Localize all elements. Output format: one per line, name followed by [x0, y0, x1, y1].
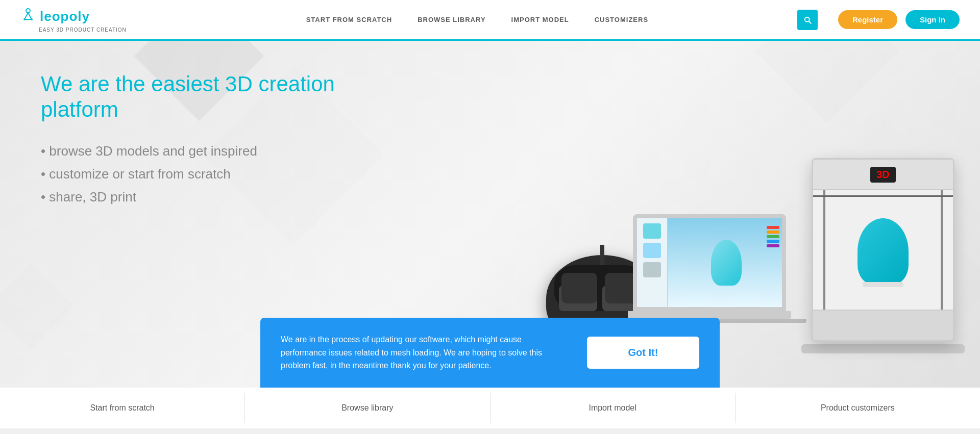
- hero-title: We are the easiest 3D creation platform: [41, 71, 373, 123]
- search-button[interactable]: [797, 10, 818, 30]
- logo-area: leopoly EASY 3D PRODUCT CREATION: [20, 7, 127, 33]
- printer-top: 3D: [813, 160, 953, 190]
- hero-section: We are the easiest 3D creation platform …: [0, 41, 980, 388]
- printer-frame-right: [941, 190, 943, 313]
- vr-lens-left: [559, 286, 597, 311]
- main-nav: START FROM SCRATCH BROWSE LIBRARY IMPORT…: [157, 16, 797, 23]
- notification-banner: We are in the process of updating our so…: [260, 318, 720, 388]
- bottom-bar: Start from scratch Browse library Import…: [0, 388, 980, 428]
- screen-tools: [767, 221, 779, 304]
- tool-2: [767, 231, 779, 234]
- bottom-item-import[interactable]: Import model: [491, 393, 736, 423]
- vr-strap: [600, 245, 604, 265]
- bottom-item-start[interactable]: Start from scratch: [0, 393, 245, 423]
- header: leopoly EASY 3D PRODUCT CREATION START F…: [0, 0, 980, 41]
- signin-button[interactable]: Sign In: [905, 10, 960, 29]
- decoration-diamond-6: [0, 263, 74, 349]
- screen-main: [670, 240, 782, 286]
- printer-rail-top: [813, 195, 953, 197]
- header-actions: Register Sign In: [838, 10, 960, 29]
- 3d-printer-image: 3D: [801, 158, 980, 372]
- hero-bullet-3: share, 3D print: [41, 189, 373, 205]
- hero-bullet-2: customize or start from scratch: [41, 166, 373, 182]
- logo-icon: [20, 7, 36, 26]
- screen-vase: [711, 240, 742, 286]
- bottom-item-browse[interactable]: Browse library: [245, 393, 490, 423]
- tool-4: [767, 240, 779, 243]
- laptop-screen-content: [637, 218, 782, 307]
- register-button[interactable]: Register: [838, 10, 897, 29]
- tool-3: [767, 235, 779, 238]
- screen-sidebar: [637, 218, 668, 307]
- svg-point-4: [23, 18, 26, 20]
- svg-point-5: [31, 18, 33, 20]
- printer-object: [857, 218, 909, 285]
- hero-bullet-1: browse 3D models and get inspired: [41, 143, 373, 159]
- nav-customizers[interactable]: CUSTOMIZERS: [595, 16, 648, 23]
- logo-subtitle: EASY 3D PRODUCT CREATION: [20, 27, 127, 33]
- search-icon: [803, 15, 812, 24]
- hero-bullets: browse 3D models and get inspired custom…: [41, 143, 373, 205]
- printer-frame-left: [823, 190, 825, 313]
- logo-text: leopoly: [40, 9, 90, 24]
- notification-message: We are in the process of updating our so…: [281, 333, 567, 372]
- svg-line-1: [24, 13, 28, 19]
- screen-thumb-1: [643, 223, 661, 239]
- printer-bottom: [813, 310, 953, 340]
- svg-line-2: [28, 13, 32, 19]
- laptop-screen: [633, 214, 786, 311]
- screen-thumb-2: [643, 243, 661, 258]
- nav-start-scratch[interactable]: START FROM SCRATCH: [306, 16, 392, 23]
- tool-1: [767, 226, 779, 229]
- printer-feet: [801, 344, 965, 353]
- printer-display: 3D: [870, 167, 896, 183]
- printer-chamber: [813, 190, 953, 313]
- bottom-item-customizers[interactable]: Product customizers: [736, 393, 980, 423]
- svg-point-6: [27, 12, 29, 14]
- nav-import-model[interactable]: IMPORT MODEL: [511, 16, 569, 23]
- nav-browse-library[interactable]: BROWSE LIBRARY: [418, 16, 485, 23]
- printer-body: 3D: [812, 158, 954, 342]
- laptop-art: [623, 214, 796, 326]
- got-it-button[interactable]: Got It!: [587, 337, 699, 369]
- tool-5: [767, 244, 779, 247]
- hero-content: We are the easiest 3D creation platform …: [41, 71, 373, 205]
- 3d-printer-art: 3D: [801, 158, 965, 362]
- screen-thumb-3: [643, 262, 661, 277]
